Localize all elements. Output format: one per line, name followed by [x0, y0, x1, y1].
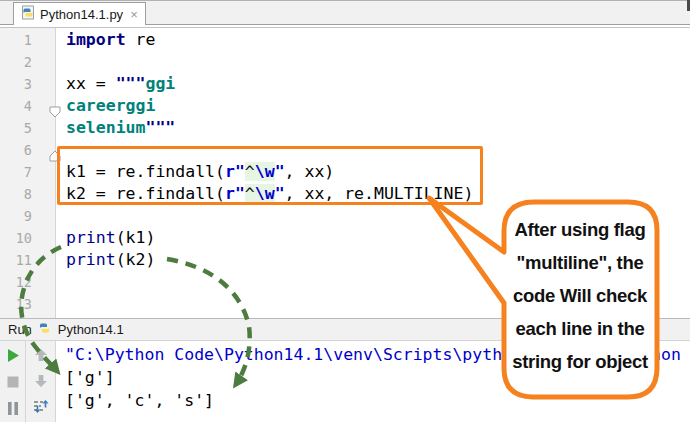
code-line[interactable]: xx = """ggi — [66, 73, 473, 95]
callout-line: "multiline", the — [504, 246, 656, 279]
callout-line: each line in the — [504, 312, 656, 345]
callout-line: string for object — [504, 345, 656, 378]
run-panel-title: Run — [8, 322, 32, 337]
line-number[interactable]: 3 — [0, 73, 32, 95]
code-line[interactable] — [66, 205, 473, 227]
code-line[interactable] — [66, 51, 473, 73]
line-number[interactable]: 8 — [0, 183, 32, 205]
line-number[interactable]: 2 — [0, 51, 32, 73]
pycharm-window: Python14.1.py × 12345678910111213 import… — [0, 0, 690, 422]
line-number[interactable]: 12 — [0, 271, 32, 293]
line-number[interactable]: 13 — [0, 293, 32, 315]
line-number[interactable]: 11 — [0, 249, 32, 271]
code-token: print — [66, 228, 116, 247]
code-line[interactable] — [66, 293, 473, 315]
line-number[interactable]: 7 — [0, 161, 32, 183]
editor-gutter[interactable]: 12345678910111213 — [0, 28, 56, 318]
console-settings-icon[interactable] — [33, 398, 49, 414]
tab-python14-file[interactable]: Python14.1.py × — [13, 2, 146, 26]
line-number[interactable]: 1 — [0, 29, 32, 51]
python-run-icon — [38, 321, 52, 339]
code-token: re — [126, 30, 156, 49]
navigate-up-icon[interactable] — [33, 347, 49, 363]
code-line[interactable] — [66, 271, 473, 293]
code-token: selenium — [66, 118, 145, 137]
editor-tab-bar: Python14.1.py × — [0, 0, 690, 25]
fold-marker-down-icon[interactable] — [49, 106, 61, 118]
console-line: ['g', 'c', 's'] — [57, 389, 690, 412]
code-token: ggi — [145, 74, 175, 93]
close-icon[interactable]: × — [130, 8, 138, 21]
code-token: import — [66, 30, 126, 49]
line-number[interactable]: 10 — [0, 227, 32, 249]
code-token: """ — [116, 74, 146, 93]
callout-line: code Will check — [504, 279, 656, 312]
code-line[interactable]: print(k1) — [66, 227, 473, 249]
code-token: (k1) — [116, 228, 156, 247]
line-number[interactable]: 4 — [0, 95, 32, 117]
pause-icon[interactable] — [5, 400, 21, 416]
callout-text: After using flag "multiline", the code W… — [504, 213, 656, 378]
line-number[interactable]: 9 — [0, 205, 32, 227]
code-token: xx = — [66, 74, 116, 93]
navigate-down-icon[interactable] — [33, 373, 49, 389]
code-token: (k2) — [116, 250, 156, 269]
annotation-highlight-box — [57, 146, 483, 205]
run-toolbar-primary — [0, 341, 26, 422]
gutter-numbers: 12345678910111213 — [0, 29, 32, 315]
line-number[interactable]: 6 — [0, 139, 32, 161]
callout-line: After using flag — [504, 213, 656, 246]
code-line[interactable]: print(k2) — [66, 249, 473, 271]
code-line[interactable]: selenium""" — [66, 117, 473, 139]
code-token: careerggi — [66, 96, 155, 115]
code-line[interactable]: careerggi — [66, 95, 473, 117]
python-file-icon — [21, 5, 35, 24]
code-token: """ — [145, 118, 175, 137]
stop-icon[interactable] — [5, 374, 21, 390]
code-token: print — [66, 250, 116, 269]
code-line[interactable]: import re — [66, 29, 473, 51]
run-tab-python14[interactable]: Python14.1 — [58, 322, 124, 337]
tab-label: Python14.1.py — [40, 7, 123, 22]
run-toolbar-secondary — [26, 341, 56, 422]
line-number[interactable]: 5 — [0, 117, 32, 139]
run-play-icon[interactable] — [5, 347, 21, 363]
